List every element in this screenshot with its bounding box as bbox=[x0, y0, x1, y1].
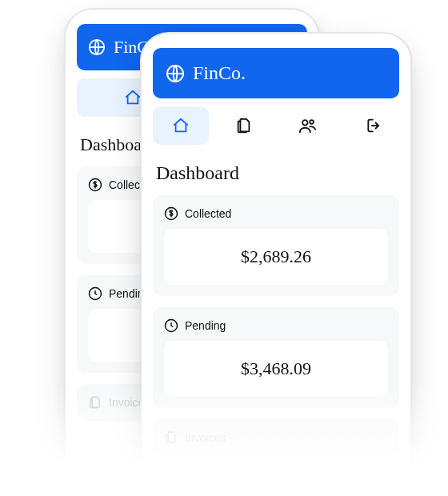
clock-icon bbox=[88, 286, 102, 301]
bottom-nav bbox=[153, 106, 399, 145]
card-invoices: Invoices bbox=[153, 419, 399, 456]
svg-point-4 bbox=[302, 120, 307, 125]
app-header: FinCo. bbox=[153, 48, 399, 98]
brand-name: FinCo. bbox=[193, 62, 246, 84]
card-pending-label: Pending bbox=[185, 319, 226, 332]
phone-mock-front: FinCo. bbox=[140, 32, 412, 496]
screen: FinCo. bbox=[142, 34, 410, 496]
globe-icon bbox=[88, 38, 106, 56]
clock-icon bbox=[164, 318, 178, 333]
dollar-icon bbox=[164, 206, 178, 221]
nav-logout[interactable] bbox=[344, 106, 400, 145]
globe-icon bbox=[166, 64, 185, 83]
document-icon bbox=[164, 430, 178, 445]
home-icon bbox=[124, 89, 142, 106]
nav-home[interactable] bbox=[153, 106, 209, 145]
card-collected: Collected $2,689.26 bbox=[153, 195, 399, 296]
document-icon bbox=[235, 117, 253, 134]
document-icon bbox=[88, 395, 102, 410]
card-collected-label: Collected bbox=[185, 207, 231, 220]
home-icon bbox=[172, 117, 190, 134]
nav-users[interactable] bbox=[280, 106, 336, 145]
logout-icon bbox=[362, 117, 380, 134]
page-title: Dashboard bbox=[156, 162, 396, 184]
card-pending-value: $3,468.09 bbox=[164, 341, 388, 397]
dollar-icon bbox=[88, 178, 102, 192]
users-icon bbox=[298, 117, 318, 134]
svg-point-5 bbox=[310, 120, 314, 124]
nav-documents[interactable] bbox=[217, 106, 273, 145]
card-invoices-label: Invoices bbox=[185, 431, 226, 444]
card-collected-value: $2,689.26 bbox=[164, 229, 388, 285]
card-pending: Pending $3,468.09 bbox=[153, 307, 399, 408]
